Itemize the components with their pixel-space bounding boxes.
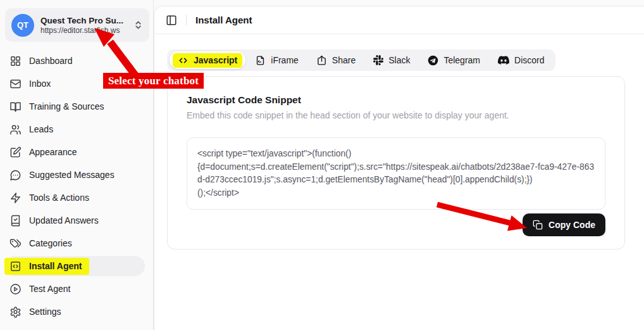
javascript-snippet-card: Javascript Code Snippet Embed this code …	[167, 76, 625, 250]
install-agent-highlight: Install Agent	[4, 258, 89, 275]
card-title: Javascript Code Snippet	[187, 94, 605, 106]
main-panel: Install Agent Javascript iFrame Share Sl…	[154, 6, 644, 330]
sidebar-item-suggested-messages[interactable]: Suggested Messages	[0, 163, 153, 186]
sidebar-nav: Dashboard Inbox Training & Sources Leads…	[0, 49, 153, 323]
tab-label: iFrame	[271, 55, 299, 65]
gear-icon	[9, 306, 22, 318]
chevron-up-down-icon	[133, 20, 143, 30]
tab-telegram[interactable]: Telegram	[419, 51, 488, 69]
tab-label: Javascript	[194, 55, 237, 65]
appearance-pen-icon	[9, 146, 22, 158]
sidebar-item-leads[interactable]: Leads	[0, 118, 153, 141]
sidebar-item-dashboard[interactable]: Dashboard	[0, 49, 153, 72]
tab-label: Slack	[388, 55, 410, 65]
tab-iframe[interactable]: iFrame	[247, 51, 307, 69]
message-dots-icon	[9, 169, 22, 181]
workspace-selector[interactable]: QT Quest Tech Pro Su... https://editor.s…	[5, 8, 149, 42]
copy-code-label: Copy Code	[548, 220, 595, 230]
tab-discord[interactable]: Discord	[490, 51, 552, 69]
slack-icon	[373, 55, 383, 65]
dashboard-grid-icon	[9, 55, 22, 67]
sidebar-item-label: Leads	[29, 124, 53, 134]
workspace-name: Quest Tech Pro Su...	[40, 15, 127, 26]
inbox-mail-icon	[9, 78, 22, 90]
page-header: Install Agent	[154, 6, 644, 34]
workspace-avatar: QT	[11, 14, 34, 37]
book-check-icon	[9, 215, 22, 227]
content-area: Javascript iFrame Share Slack Telegram	[154, 34, 644, 250]
sidebar-item-label: Inbox	[29, 79, 51, 89]
sidebar-item-training-sources[interactable]: Training & Sources	[0, 95, 153, 118]
lightning-icon	[9, 192, 22, 204]
sidebar-item-categories[interactable]: Categories	[0, 232, 153, 255]
code-brackets-icon	[178, 55, 189, 66]
sidebar-item-label: Dashboard	[29, 56, 73, 66]
sidebar-item-tools-actions[interactable]: Tools & Actions	[0, 186, 153, 209]
header-divider	[186, 15, 187, 25]
telegram-icon	[428, 55, 438, 66]
sidebar-item-label: Appearance	[29, 147, 77, 157]
tab-javascript[interactable]: Javascript	[170, 51, 245, 69]
play-circle-icon	[9, 283, 22, 295]
sidebar-item-test-agent[interactable]: Test Agent	[0, 277, 153, 300]
workspace-text: Quest Tech Pro Su... https://editor.star…	[40, 15, 127, 35]
sidebar-toggle-icon[interactable]	[166, 15, 177, 26]
users-icon	[9, 124, 22, 136]
install-tabs: Javascript iFrame Share Slack Telegram	[167, 49, 555, 71]
workspace-url: https://editor.starfish.ws	[40, 26, 127, 35]
sidebar-item-label: Tools & Actions	[29, 193, 89, 203]
page-title: Install Agent	[195, 15, 252, 25]
copy-icon	[533, 220, 543, 230]
sidebar: QT Quest Tech Pro Su... https://editor.s…	[0, 0, 154, 330]
sidebar-item-install-agent[interactable]: Install Agent	[4, 256, 145, 276]
sidebar-item-label: Training & Sources	[29, 101, 104, 111]
share-icon	[316, 55, 327, 66]
tags-icon	[9, 238, 22, 250]
sidebar-item-label: Test Agent	[29, 284, 70, 294]
tab-label: Telegram	[443, 55, 480, 65]
copy-code-button[interactable]: Copy Code	[523, 213, 605, 236]
tab-share[interactable]: Share	[308, 51, 364, 69]
sidebar-item-label: Settings	[29, 307, 61, 317]
code-square-icon	[9, 260, 22, 272]
file-code-icon	[255, 55, 266, 66]
card-description: Embed this code snippet in the head sect…	[187, 110, 605, 120]
tab-label: Discord	[514, 55, 544, 65]
sidebar-item-label: Suggested Messages	[29, 170, 115, 180]
book-open-icon	[9, 101, 22, 113]
select-chatbot-annotation: Select your chatbot	[103, 73, 204, 89]
sidebar-item-appearance[interactable]: Appearance	[0, 141, 153, 163]
workspace-initials: QT	[17, 20, 28, 30]
sidebar-item-label: Install Agent	[29, 261, 82, 271]
sidebar-item-settings[interactable]: Settings	[0, 300, 153, 323]
tab-slack[interactable]: Slack	[365, 51, 418, 69]
sidebar-item-label: Updated Answers	[29, 215, 99, 225]
javascript-tab-highlight: Javascript	[173, 53, 242, 68]
card-footer: Copy Code	[187, 213, 605, 236]
code-snippet[interactable]: <script type="text/javascript">(function…	[187, 137, 605, 210]
sidebar-item-updated-answers[interactable]: Updated Answers	[0, 209, 153, 232]
tab-label: Share	[332, 55, 356, 65]
sidebar-item-label: Categories	[29, 238, 72, 248]
discord-icon	[498, 54, 509, 66]
